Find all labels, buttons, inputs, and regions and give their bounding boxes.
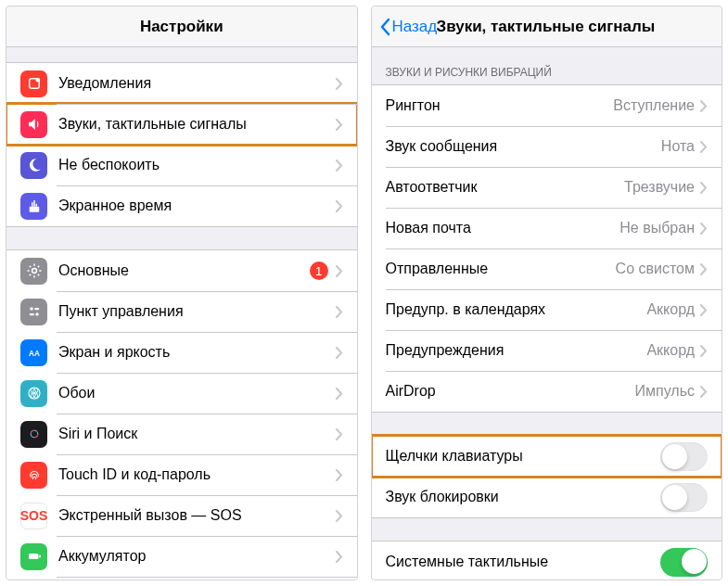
svg-point-1 — [35, 78, 40, 83]
settings-row[interactable]: Пункт управления — [6, 291, 357, 332]
navbar: Назад Звуки, тактильные сигналы — [372, 6, 722, 47]
toggle-switch[interactable] — [660, 442, 708, 471]
svg-rect-2 — [29, 207, 39, 212]
row-value: Трезвучие — [624, 179, 695, 196]
settings-content[interactable]: УведомленияЗвуки, тактильные сигналыНе б… — [6, 47, 357, 580]
svg-point-7 — [30, 307, 32, 310]
svg-rect-8 — [34, 308, 39, 310]
chevron-right-icon — [700, 386, 708, 398]
row-label: Обои — [58, 385, 336, 401]
row-value: Со свистом — [616, 261, 695, 277]
svg-point-13 — [32, 392, 35, 395]
chevron-right-icon — [700, 345, 708, 357]
chevron-right-icon — [336, 551, 343, 563]
toggle-switch[interactable] — [660, 548, 708, 577]
row-label: Щелчки клавиатуры — [386, 448, 661, 465]
notification-badge: 1 — [310, 261, 328, 280]
chevron-right-icon — [336, 306, 343, 318]
chevron-right-icon — [336, 265, 343, 277]
row-label: Экстренный вызов — SOS — [58, 507, 336, 524]
row-label: Не беспокоить — [58, 157, 336, 173]
page-title: Настройки — [6, 18, 357, 36]
notifications-icon — [20, 70, 47, 97]
svg-rect-10 — [29, 313, 33, 315]
chevron-right-icon — [700, 304, 708, 316]
row-label: Уведомления — [58, 75, 336, 92]
row-label: Touch ID и код-пароль — [58, 466, 336, 483]
settings-row[interactable]: SOSЭкстренный вызов — SOS — [6, 495, 357, 536]
settings-row[interactable]: Уведомления — [6, 63, 357, 104]
toggle-switch[interactable] — [660, 483, 708, 512]
sound-row[interactable]: АвтоответчикТрезвучие — [372, 167, 722, 208]
settings-row[interactable]: Аккумулятор — [6, 536, 357, 577]
chevron-right-icon — [700, 223, 708, 235]
chevron-right-icon — [700, 141, 708, 153]
svg-point-16 — [28, 427, 41, 440]
group-header: ЗВУКИ И РИСУНКИ ВИБРАЦИЙ — [372, 62, 722, 84]
svg-point-9 — [35, 312, 38, 315]
row-label: Автоответчик — [386, 179, 625, 196]
settings-row[interactable]: Конфиденциальность — [6, 577, 357, 580]
settings-row[interactable]: Не беспокоить — [6, 145, 357, 185]
row-label: Экран и яркость — [58, 344, 336, 361]
settings-row[interactable]: Экранное время — [6, 185, 357, 226]
row-label: AirDrop — [386, 383, 635, 400]
chevron-right-icon — [336, 388, 343, 400]
display-icon: AA — [20, 339, 47, 366]
sound-row[interactable]: Предупр. в календаряхАккорд — [372, 289, 722, 330]
settings-row[interactable]: Siri и Поиск — [6, 414, 357, 454]
sounds-icon — [20, 111, 47, 138]
chevron-right-icon — [336, 119, 343, 131]
row-label: Звук сообщения — [386, 138, 661, 155]
sounds-content[interactable]: ЗВУКИ И РИСУНКИ ВИБРАЦИЙРингтонВступлени… — [372, 47, 722, 580]
svg-rect-20 — [39, 555, 41, 558]
row-value: Аккорд — [646, 342, 695, 359]
chevron-right-icon — [336, 159, 343, 172]
svg-rect-19 — [29, 554, 39, 559]
screen-time-icon — [20, 193, 47, 220]
row-label: Звук блокировки — [386, 489, 661, 505]
page-title: Звуки, тактильные сигналы — [437, 18, 713, 36]
sound-row[interactable]: РингтонВступление — [372, 85, 722, 126]
chevron-right-icon — [336, 510, 343, 522]
chevron-right-icon — [700, 263, 708, 275]
settings-row[interactable]: Touch ID и код-пароль — [6, 454, 357, 495]
control-center-icon — [20, 299, 47, 325]
row-label: Аккумулятор — [58, 548, 336, 565]
settings-row[interactable]: Обои — [6, 373, 357, 414]
back-label: Назад — [392, 18, 438, 36]
svg-rect-5 — [35, 204, 37, 207]
svg-text:AA: AA — [29, 350, 40, 358]
chevron-right-icon — [336, 200, 343, 212]
sound-row[interactable]: ОтправленныеСо свистом — [372, 248, 722, 289]
sound-row[interactable]: Звук сообщенияНота — [372, 126, 722, 167]
sos-icon: SOS — [20, 503, 47, 529]
settings-row[interactable]: Звуки, тактильные сигналы — [6, 104, 357, 145]
row-value: Не выбран — [619, 220, 695, 236]
row-label: Новая почта — [386, 220, 620, 236]
sound-row[interactable]: ПредупрежденияАккорд — [372, 330, 722, 371]
row-value: Вступление — [613, 97, 695, 114]
chevron-right-icon — [336, 78, 343, 90]
back-button[interactable]: Назад — [379, 18, 438, 36]
row-label: Отправленные — [386, 261, 616, 277]
chevron-right-icon — [700, 100, 708, 112]
sounds-screen: Назад Звуки, тактильные сигналы ЗВУКИ И … — [371, 6, 723, 580]
row-value: Нота — [661, 138, 695, 155]
chevron-right-icon — [700, 182, 708, 194]
row-label: Siri и Поиск — [58, 426, 336, 442]
svg-rect-3 — [32, 202, 33, 207]
sound-row[interactable]: Новая почтаНе выбран — [372, 208, 722, 248]
row-label: Рингтон — [386, 97, 614, 114]
row-label: Пункт управления — [58, 303, 336, 320]
toggle-row: Системные тактильные — [372, 541, 722, 580]
row-label: Системные тактильные — [386, 554, 661, 570]
siri-icon — [20, 421, 47, 448]
settings-row[interactable]: AAЭкран и яркость — [6, 332, 357, 373]
sound-row[interactable]: AirDropИмпульс — [372, 371, 722, 412]
svg-point-6 — [32, 269, 36, 274]
battery-icon — [20, 543, 47, 570]
general-icon — [20, 258, 47, 285]
chevron-right-icon — [336, 347, 343, 359]
settings-row[interactable]: Основные1 — [6, 250, 357, 291]
